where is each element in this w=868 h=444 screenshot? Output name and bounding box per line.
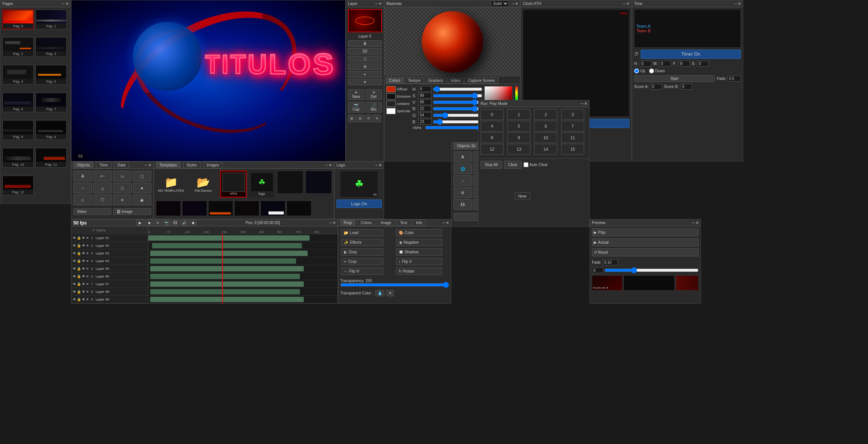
tmpl-1[interactable] <box>156 201 181 216</box>
g-input[interactable] <box>418 112 432 118</box>
flip-h-btn[interactable]: ↔ Flip H <box>341 268 383 275</box>
materials-tab-video[interactable]: Video <box>447 77 464 84</box>
run-num-12[interactable]: 12 <box>480 144 504 155</box>
prop-close[interactable]: ✕ <box>446 221 449 225</box>
3d-btn-globe[interactable]: 🌐 <box>454 163 472 174</box>
fade-input[interactable] <box>727 76 741 81</box>
score-b-input[interactable] <box>681 84 692 90</box>
layer-mix-btn[interactable]: 🎵 Mix <box>366 102 382 113</box>
materials-tab-gradient[interactable]: Gradient <box>425 77 446 84</box>
h-time-input[interactable] <box>640 61 651 67</box>
templates-close[interactable]: ✕ <box>329 163 332 167</box>
playhead[interactable] <box>222 234 223 303</box>
materials-close[interactable]: ✕ <box>515 2 518 6</box>
ambient-swatch[interactable] <box>386 101 396 107</box>
gray-btn[interactable]: ◐ Gray <box>341 248 383 256</box>
g-slider[interactable] <box>433 113 482 118</box>
page-thumb-10[interactable]: Pag. 10 <box>2 148 34 168</box>
run-num-14[interactable]: 14 <box>534 144 557 155</box>
preview-min[interactable]: ─ <box>692 221 695 225</box>
layer-row-3[interactable]: 👁🔒👁✕ 3 Layer #3 <box>71 249 148 257</box>
emissive-swatch[interactable] <box>386 93 396 100</box>
layer-row-6[interactable]: 👁🔒👁✕ 6 Layer #6 <box>71 273 148 280</box>
obj-btn-diamond[interactable]: ◇ <box>73 195 92 205</box>
run-num-7[interactable]: 7 <box>561 121 584 131</box>
photo-btn[interactable]: 📷 <box>162 220 171 226</box>
3d-btn-film[interactable]: 🎞 <box>454 199 472 210</box>
materials-tab-texture[interactable]: Texture <box>404 77 424 84</box>
3d-btn-a[interactable]: A <box>454 151 472 162</box>
r-slider[interactable] <box>433 106 482 111</box>
objects-tab[interactable]: Objects <box>73 162 93 168</box>
audio-btn[interactable]: 🔊 <box>180 220 188 226</box>
layer-icon-3[interactable]: ↺ <box>365 115 373 122</box>
layer-icon-4[interactable]: ↻ <box>373 115 381 122</box>
templates-tab[interactable]: Templates <box>156 162 181 168</box>
layer-row-1[interactable]: 👁🔒👁✕ 1 Layer #1 <box>71 234 148 242</box>
play-btn[interactable]: ▶ <box>136 220 144 226</box>
page-thumb-11[interactable]: Pag. 11 <box>35 148 67 168</box>
run-close[interactable]: ✕ <box>584 101 587 106</box>
layer-btn-fx[interactable]: ✦ <box>348 79 382 85</box>
layer-row-2[interactable]: 👁🔒👁✕ 2 Layer #2 <box>71 242 148 249</box>
run-num-0[interactable]: 0 <box>480 109 504 120</box>
layer-new-btn[interactable]: ✦ New <box>348 89 364 100</box>
run-num-2[interactable]: 2 <box>534 109 557 120</box>
objects-close[interactable]: ✕ <box>148 163 151 167</box>
video-btn[interactable]: Video <box>73 208 111 215</box>
alpha-slider[interactable] <box>425 125 482 130</box>
page-thumb-0[interactable]: Pag. 0 <box>2 9 34 29</box>
data-tab-obj[interactable]: Data <box>114 162 129 168</box>
film-btn[interactable]: 🎞 <box>172 220 179 226</box>
template-thumb-1[interactable] <box>277 171 303 194</box>
obj-btn-a[interactable]: A <box>73 171 92 181</box>
preview-close[interactable]: ✕ <box>696 221 699 225</box>
diffuse-swatch[interactable] <box>386 86 396 92</box>
pages-close[interactable]: ✕ <box>66 2 69 6</box>
hth-folder[interactable]: HTH <box>220 171 247 198</box>
obj-btn-circle[interactable]: ○ <box>73 183 92 193</box>
tmpl-2[interactable] <box>182 201 207 216</box>
run-num-4[interactable]: 4 <box>480 121 504 131</box>
image-tab-prop[interactable]: Image <box>377 220 395 226</box>
page-thumb-5[interactable]: Pag. 5 <box>35 65 67 85</box>
page-thumb-8[interactable]: Pag. 8 <box>2 120 34 140</box>
materials-tab-capture[interactable]: Capture Screen <box>464 77 498 84</box>
timeline-min[interactable]: ─ <box>329 221 332 225</box>
objects-min[interactable]: ─ <box>145 163 147 167</box>
transparency-slider[interactable] <box>340 283 449 287</box>
page-thumb-7[interactable]: Pag. 7 <box>35 92 67 112</box>
clock-close[interactable]: ✕ <box>626 2 629 6</box>
eyedropper-btn[interactable]: 💧 <box>375 290 384 296</box>
logo-folder[interactable]: ☘ logo <box>248 171 275 198</box>
timer-on-btn[interactable]: Timer On <box>641 50 741 59</box>
down-radio[interactable] <box>649 68 654 73</box>
clear-color-btn[interactable]: ✕ <box>386 290 394 296</box>
preview-fade-input[interactable] <box>603 259 618 265</box>
f-input[interactable] <box>678 61 690 67</box>
tmpl-3[interactable] <box>208 201 233 216</box>
layer-btn-timeline[interactable]: ≡ <box>348 71 382 78</box>
clear-btn[interactable]: Clear <box>504 161 522 169</box>
layer-btn-3d[interactable]: 3D <box>348 48 382 55</box>
up-radio[interactable] <box>634 68 639 73</box>
materials-tab-colors[interactable]: Colors <box>386 77 404 84</box>
clock-min[interactable]: ─ <box>623 2 626 6</box>
hd-templates-folder[interactable]: 📁 HD TEMPLATES <box>156 171 186 198</box>
layer-row-8[interactable]: 👁🔒👁✕ 8 Layer #8 <box>71 288 148 296</box>
layer-btn-a[interactable]: A <box>348 40 382 47</box>
run-num-8[interactable]: 8 <box>480 132 504 143</box>
layer-btn-cube[interactable]: ⬡ <box>348 56 382 62</box>
run-num-1[interactable]: 1 <box>507 109 530 120</box>
obj-btn-aa[interactable]: A~ <box>93 171 112 181</box>
template-thumb-2[interactable] <box>305 171 332 194</box>
materials-type-select[interactable]: Solid <box>491 0 509 7</box>
layer-btn-gear[interactable]: ⚙ <box>348 63 382 70</box>
layer-min[interactable]: ─ <box>375 2 378 6</box>
layer-icon-1[interactable]: ⊞ <box>348 115 356 122</box>
time-tab-obj[interactable]: Time <box>96 162 111 168</box>
run-num-15[interactable]: 15 <box>561 144 584 155</box>
s-slider[interactable] <box>433 93 482 98</box>
m-time-input[interactable] <box>659 61 671 67</box>
v-input[interactable] <box>418 99 432 105</box>
